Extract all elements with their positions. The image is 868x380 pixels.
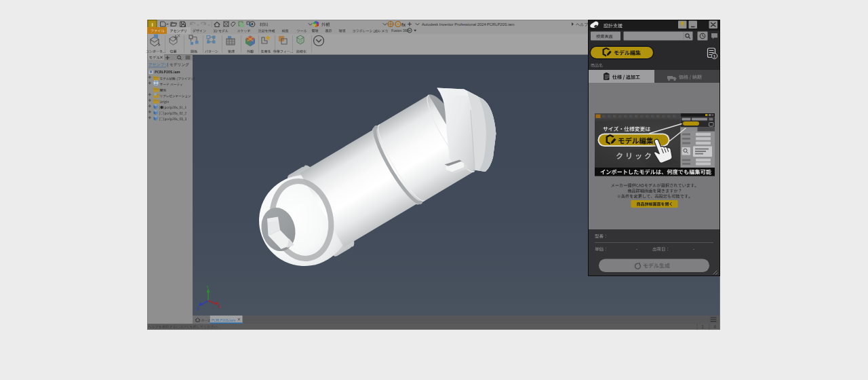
svg-text:Y: Y xyxy=(206,285,209,289)
svg-text:I: I xyxy=(151,22,153,28)
svg-text:Fusion 360: Fusion 360 xyxy=(391,28,409,33)
svg-text:PCRLP20S.iam: PCRLP20S.iam xyxy=(487,22,515,26)
svg-text:Autodesk Inventor Professional: Autodesk Inventor Professional 2024 xyxy=(422,22,487,26)
svg-text:4: 4 xyxy=(713,324,716,329)
svg-text:X: X xyxy=(218,305,221,309)
svg-text:fx: fx xyxy=(401,22,406,27)
svg-text:1: 1 xyxy=(701,324,704,329)
